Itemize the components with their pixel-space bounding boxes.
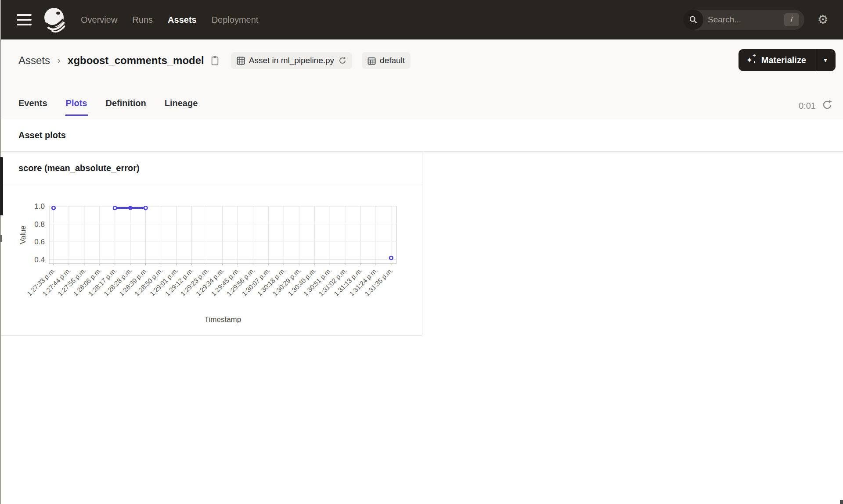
svg-text:Value: Value bbox=[19, 225, 27, 244]
materialize-split-button: ✦✦✦ Materialize ▾ bbox=[739, 49, 836, 71]
svg-text:0.6: 0.6 bbox=[34, 238, 45, 246]
code-location-label: default bbox=[380, 56, 405, 65]
tab-plots[interactable]: Plots bbox=[66, 87, 87, 119]
search-box[interactable]: / bbox=[683, 10, 804, 30]
window-edge bbox=[0, 0, 1, 504]
refresh-countdown: 0:01 bbox=[799, 101, 816, 111]
plot-card-header: score (mean_absolute_error) bbox=[0, 152, 422, 185]
asset-definition-badge[interactable]: Asset in ml_pipeline.py bbox=[231, 52, 352, 69]
nav-item-deployment[interactable]: Deployment bbox=[212, 15, 259, 25]
repo-grid-icon bbox=[367, 57, 376, 65]
refresh-status: 0:01 bbox=[799, 100, 832, 112]
chart-area: 1.00.80.60.41:27:33 p.m.1:27:44 p.m.1:27… bbox=[0, 185, 422, 330]
svg-text:0.4: 0.4 bbox=[34, 256, 45, 264]
sparkles-icon: ✦✦✦ bbox=[746, 55, 757, 65]
materialize-dropdown-button[interactable]: ▾ bbox=[815, 56, 836, 64]
left-edge-overlay-fragment bbox=[0, 157, 3, 215]
copy-icon[interactable] bbox=[210, 55, 220, 66]
asset-plots-section: Asset plots bbox=[0, 119, 843, 152]
left-edge-overlay-fragment bbox=[0, 235, 2, 242]
nav-item-assets[interactable]: Assets bbox=[168, 15, 197, 25]
asset-grid-icon bbox=[237, 57, 245, 65]
tab-definition[interactable]: Definition bbox=[106, 87, 146, 119]
breadcrumb: Assets › xgboost_comments_model bbox=[18, 50, 411, 71]
menu-icon[interactable] bbox=[17, 14, 32, 25]
dagster-logo-icon[interactable] bbox=[42, 6, 68, 33]
materialize-button[interactable]: ✦✦✦ Materialize bbox=[739, 49, 815, 71]
section-title: Asset plots bbox=[18, 130, 66, 140]
top-nav: Overview Runs Assets Deployment / ⚙ bbox=[0, 0, 843, 39]
asset-tabs: Events Plots Definition Lineage bbox=[18, 87, 198, 119]
nav-links: Overview Runs Assets Deployment bbox=[81, 15, 258, 25]
refresh-icon[interactable] bbox=[822, 100, 832, 112]
breadcrumb-separator: › bbox=[57, 54, 61, 67]
nav-item-overview[interactable]: Overview bbox=[81, 15, 117, 25]
nav-right: / ⚙ bbox=[683, 10, 843, 30]
asset-plot-chart: 1.00.80.60.41:27:33 p.m.1:27:44 p.m.1:27… bbox=[13, 197, 417, 328]
search-icon bbox=[683, 10, 703, 30]
svg-text:0.8: 0.8 bbox=[34, 220, 45, 229]
asset-badges: Asset in ml_pipeline.py bbox=[231, 52, 411, 69]
window-resize-corner bbox=[840, 500, 843, 504]
code-location-badge[interactable]: default bbox=[362, 52, 411, 69]
app-window: Overview Runs Assets Deployment / ⚙ Asse… bbox=[0, 0, 843, 504]
search-input[interactable] bbox=[708, 15, 774, 25]
search-shortcut-key: / bbox=[784, 13, 799, 26]
svg-text:1.0: 1.0 bbox=[34, 202, 45, 211]
plot-card: score (mean_absolute_error) 1.00.80.60.4… bbox=[0, 152, 422, 336]
refresh-icon[interactable] bbox=[339, 57, 346, 64]
page-title: xgboost_comments_model bbox=[68, 54, 204, 67]
plot-title: score (mean_absolute_error) bbox=[18, 163, 140, 173]
asset-header: Assets › xgboost_comments_model bbox=[0, 39, 843, 119]
tab-lineage[interactable]: Lineage bbox=[165, 87, 198, 119]
tab-events[interactable]: Events bbox=[18, 87, 47, 119]
breadcrumb-assets-link[interactable]: Assets bbox=[18, 54, 50, 67]
nav-item-runs[interactable]: Runs bbox=[132, 15, 153, 25]
asset-definition-label: Asset in ml_pipeline.py bbox=[249, 56, 334, 65]
svg-text:Timestamp: Timestamp bbox=[205, 315, 241, 324]
materialize-label: Materialize bbox=[761, 55, 806, 65]
gear-icon[interactable]: ⚙ bbox=[814, 14, 832, 26]
